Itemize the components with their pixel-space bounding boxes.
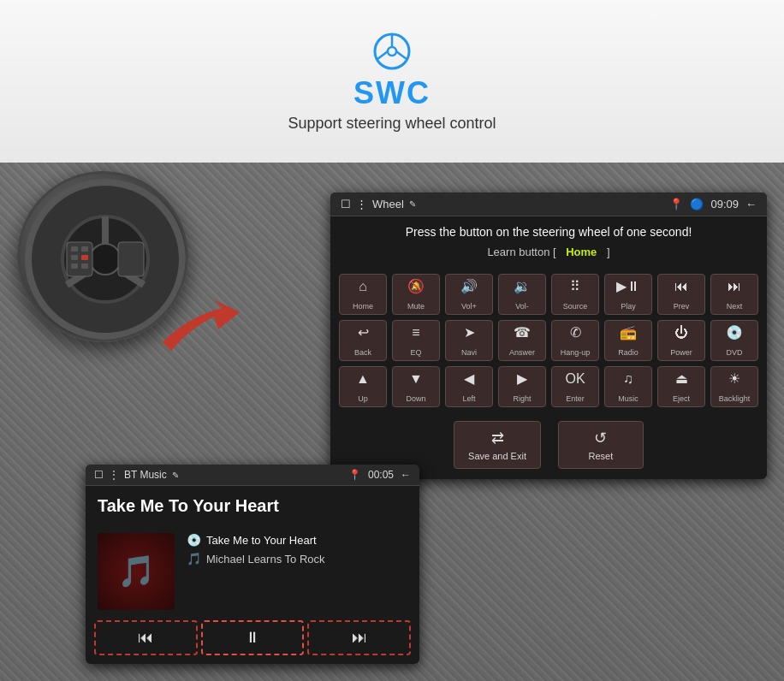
bt-window-icon: ☐: [94, 469, 104, 481]
swc-btn-prev[interactable]: ⏮Prev: [657, 274, 705, 315]
song-disc-icon: 💿: [187, 533, 201, 547]
svg-rect-15: [71, 264, 78, 269]
bt-big-title: Take Me To Your Heart: [86, 486, 419, 523]
steering-wheel-area: [17, 171, 274, 445]
swc-btn-icon-dvd: 💿: [726, 326, 743, 340]
swc-btn-icon-backlight: ☀: [728, 372, 740, 386]
back-arrow-icon: ←: [745, 198, 757, 210]
bt-panel-time: 00:05: [368, 469, 394, 481]
swc-btn-right[interactable]: ▶Right: [498, 366, 546, 407]
bluetooth-icon: 🔵: [690, 198, 704, 210]
swc-panel-header-right: 📍 🔵 09:09 ←: [669, 198, 757, 210]
swc-learn-row: Learn button [ Home ]: [330, 242, 767, 267]
swc-btn-icon-radio: 📻: [620, 326, 637, 340]
bt-next-button[interactable]: ⏭: [307, 620, 411, 655]
svg-rect-11: [71, 246, 78, 252]
learn-value: Home: [559, 246, 603, 258]
svg-rect-14: [81, 255, 88, 260]
save-exit-button[interactable]: ⇄ Save and Exit: [454, 421, 541, 469]
swc-icon: [371, 31, 413, 72]
swc-btn-icon-right: ▶: [517, 372, 527, 386]
swc-btn-icon-vol+: 🔊: [460, 280, 478, 293]
swc-btn-icon-eq: ≡: [412, 326, 419, 340]
save-exit-label: Save and Exit: [468, 451, 526, 461]
swc-buttons-grid: ⌂Home🔕Mute🔊Vol+🔉Vol-⠿Source▶⏸Play⏮Prev⏭N…: [330, 267, 767, 414]
swc-title: SWC: [353, 75, 431, 111]
bt-menu-dots: ⋮: [109, 469, 119, 481]
menu-dots: ⋮: [356, 198, 367, 210]
swc-btn-eject[interactable]: ⏏Eject: [657, 366, 705, 407]
swc-btn-up[interactable]: ▲Up: [339, 366, 387, 407]
swc-btn-vol+[interactable]: 🔊Vol+: [445, 274, 493, 315]
swc-btn-radio[interactable]: 📻Radio: [604, 320, 652, 361]
swc-btn-enter[interactable]: OKEnter: [551, 366, 599, 407]
svg-point-5: [90, 244, 121, 275]
svg-rect-10: [118, 242, 144, 276]
bt-panel-header-right: 📍 00:05 ←: [348, 469, 411, 481]
swc-btn-left[interactable]: ◀Left: [445, 366, 493, 407]
swc-instruction: Press the button on the steering wheel o…: [330, 216, 767, 242]
svg-rect-13: [71, 255, 78, 260]
bt-location-icon: 📍: [348, 469, 361, 481]
bt-panel-header-left: ☐ ⋮ BT Music ✎: [94, 469, 179, 481]
bt-panel-controls: ⏮ ⏸ ⏭: [86, 620, 419, 664]
artist-icon: 🎵: [187, 552, 201, 566]
bt-artist: Michael Learns To Rock: [206, 553, 325, 566]
swc-btn-next[interactable]: ⏭Next: [710, 274, 758, 315]
swc-btn-mute[interactable]: 🔕Mute: [392, 274, 440, 315]
bt-music-panel: ☐ ⋮ BT Music ✎ 📍 00:05 ← Take Me To Your…: [86, 465, 419, 664]
swc-btn-icon-up: ▲: [356, 372, 370, 386]
arrow-indicator: [154, 291, 257, 359]
swc-btn-source[interactable]: ⠿Source: [551, 274, 599, 315]
swc-btn-music[interactable]: ♫Music: [604, 366, 652, 407]
swc-btn-icon-next: ⏭: [728, 280, 741, 293]
swc-btn-down[interactable]: ▼Down: [392, 366, 440, 407]
window-icon: ☐: [341, 198, 351, 210]
bt-panel-title: BT Music: [124, 469, 167, 481]
swc-btn-play[interactable]: ▶⏸Play: [604, 274, 652, 315]
swc-btn-icon-power: ⏻: [674, 326, 688, 340]
swc-btn-home[interactable]: ⌂Home: [339, 274, 387, 315]
swc-btn-dvd[interactable]: 💿DVD: [710, 320, 758, 361]
swc-btn-icon-down: ▼: [409, 372, 423, 386]
bt-prev-button[interactable]: ⏮: [94, 620, 198, 655]
swc-btn-backlight[interactable]: ☀Backlight: [710, 366, 758, 407]
swc-btn-answer[interactable]: ☎Answer: [498, 320, 546, 361]
bt-song-info: 💿 Take Me to Your Heart 🎵 Michael Learns…: [187, 533, 407, 566]
swc-panel-header-left: ☐ ⋮ Wheel ✎: [341, 198, 416, 210]
swc-btn-icon-navi: ➤: [464, 326, 475, 340]
bt-play-button[interactable]: ⏸: [201, 620, 305, 655]
swc-btn-power[interactable]: ⏻Power: [657, 320, 705, 361]
panel-time: 09:09: [710, 198, 739, 210]
learn-label: Learn button [: [487, 246, 555, 258]
swc-btn-icon-play: ▶⏸: [616, 280, 640, 293]
bt-panel-content: 🎵 💿 Take Me to Your Heart 🎵 Michael Lear…: [86, 523, 419, 620]
swc-btn-icon-prev: ⏮: [674, 280, 688, 293]
save-exit-icon: ⇄: [491, 429, 504, 447]
swc-btn-icon-music: ♫: [623, 372, 633, 386]
bt-panel-header: ☐ ⋮ BT Music ✎ 📍 00:05 ←: [86, 465, 419, 486]
top-section: SWC Support steering wheel control: [0, 0, 784, 163]
reset-button[interactable]: ↺ Reset: [558, 421, 644, 469]
swc-btn-navi[interactable]: ➤Navi: [445, 320, 493, 361]
bt-song-title: Take Me to Your Heart: [206, 534, 317, 547]
swc-btn-icon-vol-: 🔉: [514, 280, 531, 293]
swc-btn-icon-mute: 🔕: [407, 280, 425, 293]
swc-btn-eq[interactable]: ≡EQ: [392, 320, 440, 361]
bt-edit-icon: ✎: [172, 471, 179, 480]
svg-point-1: [388, 47, 396, 56]
svg-rect-12: [81, 246, 88, 252]
reset-icon: ↺: [594, 429, 607, 447]
panel-title: Wheel: [372, 198, 404, 210]
swc-btn-icon-eject: ⏏: [675, 372, 688, 386]
swc-panel-header: ☐ ⋮ Wheel ✎ 📍 🔵 09:09 ←: [330, 192, 767, 216]
swc-control-panel: ☐ ⋮ Wheel ✎ 📍 🔵 09:09 ← Press the button…: [330, 192, 767, 479]
bt-album-art: 🎵: [98, 533, 175, 610]
bt-back-arrow: ←: [401, 469, 411, 481]
swc-btn-hang-up[interactable]: ✆Hang-up: [551, 320, 599, 361]
swc-btn-icon-back: ↩: [358, 326, 369, 340]
swc-btn-vol-[interactable]: 🔉Vol-: [498, 274, 546, 315]
swc-btn-back[interactable]: ↩Back: [339, 320, 387, 361]
swc-btn-icon-home: ⌂: [359, 280, 367, 293]
edit-icon: ✎: [409, 199, 416, 209]
